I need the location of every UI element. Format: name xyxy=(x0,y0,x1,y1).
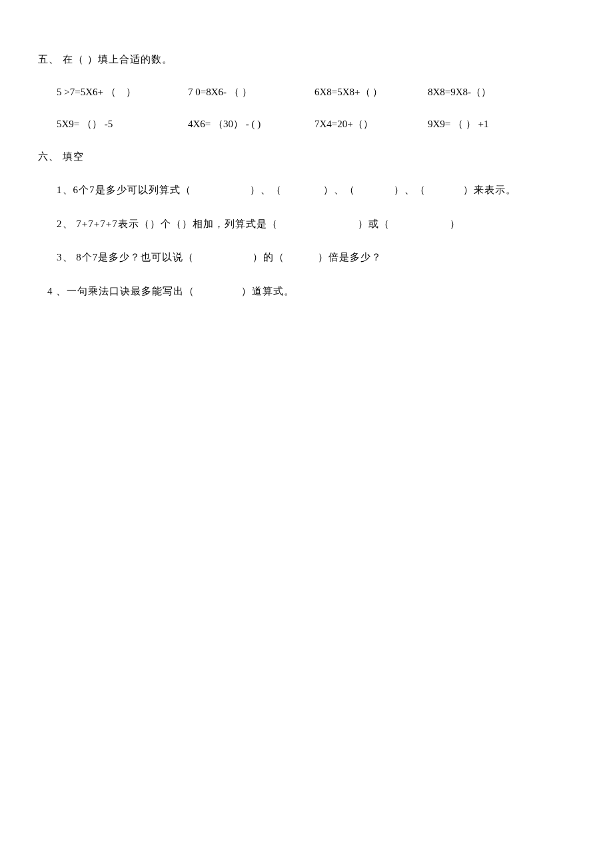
q3-part3: ）倍是多少？ xyxy=(318,252,382,262)
q2-part1: 2、 7+7+7+7表示（）个（）相加，列算式是（ xyxy=(57,218,278,229)
eq-cell: 6X8=5X8+（ ） xyxy=(314,85,428,100)
q4-part2: ）道算式。 xyxy=(241,286,295,296)
eq-cell: 5 >7=5X6+ （ ） xyxy=(57,85,188,100)
q1-part1: 1、6个7是多少可以列算式（ xyxy=(57,185,191,195)
q1-part2: ）、（ xyxy=(250,185,282,195)
q4-part1: 4 、一句乘法口诀最多能写出（ xyxy=(47,286,195,296)
eq-cell: 7 0=8X6- （ ） xyxy=(188,85,314,100)
section-5-header: 五、 在（ ）填上合适的数。 xyxy=(38,52,580,67)
q1-part4: ）、（ xyxy=(394,185,426,195)
q1-part5: ）来表示。 xyxy=(463,185,516,195)
q2-part2: ）或（ xyxy=(358,218,390,229)
question-3: 3、 8个7是多少？也可以说（）的（）倍是多少？ xyxy=(38,250,580,265)
question-1: 1、6个7是多少可以列算式（）、（）、（）、（）来表示。 xyxy=(38,183,580,198)
eq-cell: 8X8=9X8-（） xyxy=(428,85,548,100)
eq-cell: 5X9= （） -5 xyxy=(57,117,188,132)
q3-part2: ）的（ xyxy=(253,252,285,262)
q3-part1: 3、 8个7是多少？也可以说（ xyxy=(57,252,194,262)
section-5-row-1: 5 >7=5X6+ （ ） 7 0=8X6- （ ） 6X8=5X8+（ ） 8… xyxy=(38,85,580,100)
q2-part3: ） xyxy=(450,218,460,229)
question-2: 2、 7+7+7+7表示（）个（）相加，列算式是（）或（） xyxy=(38,217,580,232)
eq-cell: 4X6= （30） - ( ) xyxy=(188,117,314,132)
section-6-header: 六、 填空 xyxy=(38,149,580,165)
eq-cell: 9X9= （ ） +1 xyxy=(428,117,548,132)
section-5-row-2: 5X9= （） -5 4X6= （30） - ( ) 7X4=20+（） 9X9… xyxy=(38,117,580,132)
question-4: 4 、一句乘法口诀最多能写出（）道算式。 xyxy=(38,284,580,299)
eq-cell: 7X4=20+（） xyxy=(314,117,428,132)
q1-part3: ）、（ xyxy=(323,185,355,195)
